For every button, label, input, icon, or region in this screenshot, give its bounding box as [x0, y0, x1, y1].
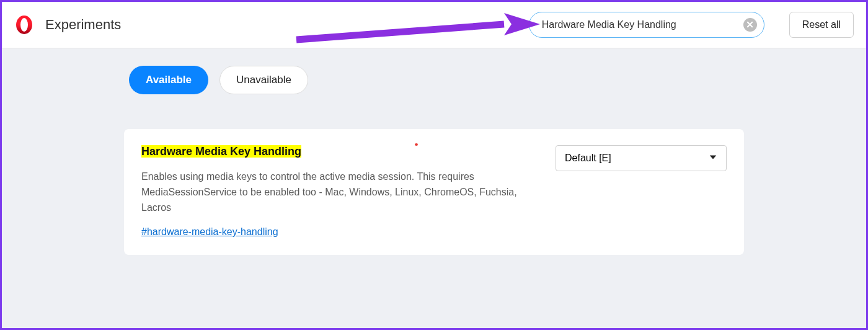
reset-all-button[interactable]: Reset all	[789, 12, 854, 38]
flag-info: Hardware Media Key Handling Enables usin…	[141, 145, 537, 238]
svg-point-1	[20, 18, 28, 32]
header-bar: Experiments Reset all	[2, 2, 866, 48]
chevron-down-icon	[709, 153, 717, 164]
tab-unavailable[interactable]: Unavailable	[219, 66, 308, 94]
page-title: Experiments	[45, 17, 121, 33]
tab-row: Available Unavailable	[124, 66, 744, 94]
flag-title: Hardware Media Key Handling	[141, 145, 301, 158]
clear-search-button[interactable]	[743, 18, 757, 32]
flag-description: Enables using media keys to control the …	[141, 169, 526, 215]
search-container	[529, 12, 764, 38]
flag-hash-link[interactable]: #hardware-media-key-handling	[141, 226, 278, 238]
tab-available[interactable]: Available	[129, 66, 208, 94]
opera-logo-icon	[14, 15, 34, 35]
content-area: Available Unavailable Hardware Media Key…	[2, 48, 866, 329]
flag-state-dropdown[interactable]: Default [E]	[556, 145, 727, 171]
dropdown-value: Default [E]	[565, 153, 611, 164]
close-icon	[746, 20, 753, 30]
search-input[interactable]	[529, 12, 764, 38]
flag-card: Hardware Media Key Handling Enables usin…	[124, 129, 744, 255]
